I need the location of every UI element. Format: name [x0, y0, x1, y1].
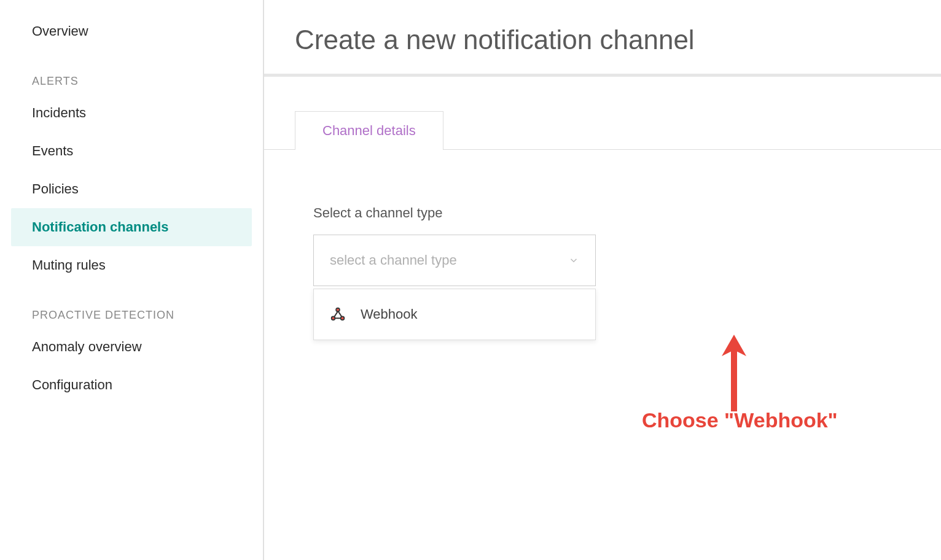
- form-area: Select a channel type select a channel t…: [264, 150, 941, 340]
- svg-point-3: [337, 309, 339, 311]
- sidebar: Overview ALERTS Incidents Events Policie…: [0, 0, 264, 560]
- channel-type-dropdown: Webhook: [313, 289, 596, 340]
- sidebar-section-alerts: ALERTS: [0, 50, 263, 94]
- tab-channel-details[interactable]: Channel details: [295, 111, 443, 150]
- annotation-text: Choose "Webhook": [642, 408, 838, 432]
- svg-point-5: [342, 317, 344, 320]
- divider: [264, 74, 941, 77]
- tabs: Channel details: [264, 111, 941, 150]
- sidebar-item-incidents[interactable]: Incidents: [0, 94, 263, 132]
- sidebar-item-configuration[interactable]: Configuration: [0, 366, 263, 404]
- svg-point-4: [332, 317, 335, 320]
- sidebar-item-overview[interactable]: Overview: [0, 12, 263, 50]
- sidebar-item-notification-channels[interactable]: Notification channels: [11, 208, 252, 246]
- chevron-down-icon: [568, 255, 579, 266]
- sidebar-item-muting-rules[interactable]: Muting rules: [0, 246, 263, 284]
- dropdown-option-label: Webhook: [361, 306, 418, 322]
- webhook-icon: [329, 305, 347, 324]
- dropdown-option-webhook[interactable]: Webhook: [314, 289, 595, 340]
- page-title: Create a new notification channel: [264, 0, 941, 74]
- main-content: Create a new notification channel Channe…: [264, 0, 941, 560]
- channel-type-label: Select a channel type: [313, 205, 941, 221]
- channel-type-select[interactable]: select a channel type: [313, 235, 596, 286]
- select-display[interactable]: select a channel type: [314, 235, 595, 286]
- annotation-arrow-icon: [716, 335, 752, 414]
- sidebar-item-events[interactable]: Events: [0, 132, 263, 170]
- sidebar-item-policies[interactable]: Policies: [0, 170, 263, 208]
- select-placeholder: select a channel type: [330, 252, 457, 268]
- sidebar-item-anomaly-overview[interactable]: Anomaly overview: [0, 328, 263, 366]
- sidebar-section-proactive-detection: PROACTIVE DETECTION: [0, 284, 263, 328]
